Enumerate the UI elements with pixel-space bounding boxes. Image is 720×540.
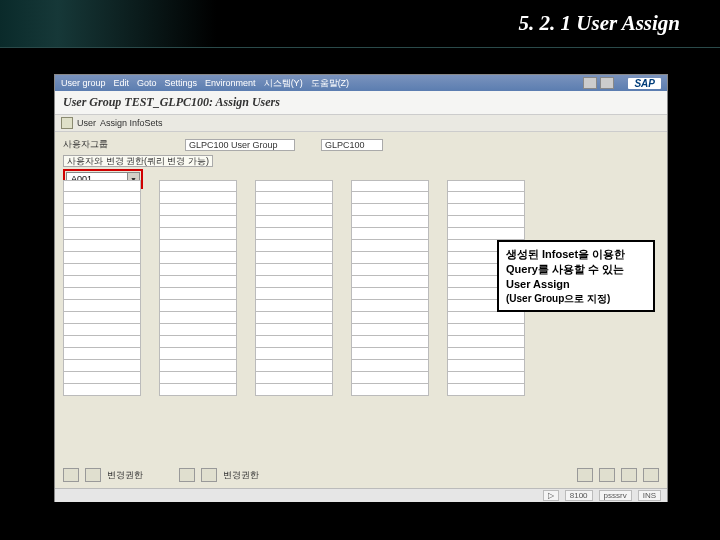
grid-cell[interactable] xyxy=(351,240,429,252)
grid-cell[interactable] xyxy=(351,348,429,360)
grid-cell[interactable] xyxy=(255,252,333,264)
bottom-icon-1[interactable] xyxy=(63,468,79,482)
bottom-icon-2[interactable] xyxy=(85,468,101,482)
menu-environment[interactable]: Environment xyxy=(205,78,256,88)
grid-cell[interactable] xyxy=(351,180,429,192)
menu-usergroup[interactable]: User group xyxy=(61,78,106,88)
grid-cell[interactable] xyxy=(447,204,525,216)
grid-cell[interactable] xyxy=(255,240,333,252)
grid-cell[interactable] xyxy=(63,252,141,264)
grid-cell[interactable] xyxy=(351,192,429,204)
menu-system[interactable]: 시스템(Y) xyxy=(264,77,303,90)
grid-cell[interactable] xyxy=(351,264,429,276)
grid-cell[interactable] xyxy=(159,372,237,384)
grid-cell[interactable] xyxy=(63,312,141,324)
grid-cell[interactable] xyxy=(255,360,333,372)
grid-cell[interactable] xyxy=(351,312,429,324)
menu-settings[interactable]: Settings xyxy=(165,78,198,88)
grid-cell[interactable] xyxy=(255,264,333,276)
grid-cell[interactable] xyxy=(351,300,429,312)
toolbar-assign-infosets[interactable]: Assign InfoSets xyxy=(100,118,163,128)
grid-cell[interactable] xyxy=(351,276,429,288)
grid-cell[interactable] xyxy=(447,348,525,360)
grid-cell[interactable] xyxy=(255,276,333,288)
grid-cell[interactable] xyxy=(447,180,525,192)
grid-cell[interactable] xyxy=(63,324,141,336)
grid-cell[interactable] xyxy=(255,216,333,228)
grid-cell[interactable] xyxy=(63,276,141,288)
grid-cell[interactable] xyxy=(351,372,429,384)
grid-cell[interactable] xyxy=(351,384,429,396)
grid-cell[interactable] xyxy=(159,180,237,192)
toolbar-user[interactable]: User xyxy=(77,118,96,128)
menu-help[interactable]: 도움말(Z) xyxy=(311,77,350,90)
bottom-icon-3[interactable] xyxy=(179,468,195,482)
grid-cell[interactable] xyxy=(159,336,237,348)
grid-cell[interactable] xyxy=(159,384,237,396)
grid-cell[interactable] xyxy=(159,204,237,216)
menu-goto[interactable]: Goto xyxy=(137,78,157,88)
bottom-icon-5[interactable] xyxy=(577,468,593,482)
grid-cell[interactable] xyxy=(255,312,333,324)
grid-cell[interactable] xyxy=(447,312,525,324)
grid-cell[interactable] xyxy=(255,288,333,300)
grid-cell[interactable] xyxy=(447,216,525,228)
grid-cell[interactable] xyxy=(159,312,237,324)
grid-cell[interactable] xyxy=(63,348,141,360)
grid-cell[interactable] xyxy=(63,228,141,240)
grid-cell[interactable] xyxy=(255,384,333,396)
bottom-icon-7[interactable] xyxy=(621,468,637,482)
grid-cell[interactable] xyxy=(63,180,141,192)
grid-cell[interactable] xyxy=(255,336,333,348)
grid-cell[interactable] xyxy=(255,180,333,192)
bottom-icon-6[interactable] xyxy=(599,468,615,482)
grid-cell[interactable] xyxy=(63,288,141,300)
grid-cell[interactable] xyxy=(159,324,237,336)
grid-cell[interactable] xyxy=(159,360,237,372)
grid-cell[interactable] xyxy=(63,192,141,204)
bottom-icon-4[interactable] xyxy=(201,468,217,482)
grid-cell[interactable] xyxy=(159,240,237,252)
grid-cell[interactable] xyxy=(63,372,141,384)
grid-cell[interactable] xyxy=(447,192,525,204)
grid-cell[interactable] xyxy=(63,204,141,216)
grid-cell[interactable] xyxy=(447,372,525,384)
grid-cell[interactable] xyxy=(447,384,525,396)
grid-cell[interactable] xyxy=(351,336,429,348)
grid-cell[interactable] xyxy=(159,264,237,276)
menu-edit[interactable]: Edit xyxy=(114,78,130,88)
grid-cell[interactable] xyxy=(255,348,333,360)
grid-cell[interactable] xyxy=(63,360,141,372)
grid-cell[interactable] xyxy=(63,336,141,348)
toolbar-icon-doc[interactable] xyxy=(61,117,73,129)
grid-cell[interactable] xyxy=(63,384,141,396)
window-btn-2[interactable] xyxy=(600,77,614,89)
bottom-icon-8[interactable] xyxy=(643,468,659,482)
grid-cell[interactable] xyxy=(255,204,333,216)
grid-cell[interactable] xyxy=(351,252,429,264)
grid-cell[interactable] xyxy=(159,192,237,204)
window-btn-1[interactable] xyxy=(583,77,597,89)
grid-cell[interactable] xyxy=(63,264,141,276)
grid-cell[interactable] xyxy=(447,228,525,240)
grid-cell[interactable] xyxy=(159,276,237,288)
grid-cell[interactable] xyxy=(351,204,429,216)
grid-cell[interactable] xyxy=(255,228,333,240)
grid-cell[interactable] xyxy=(351,228,429,240)
grid-cell[interactable] xyxy=(351,216,429,228)
grid-cell[interactable] xyxy=(255,324,333,336)
grid-cell[interactable] xyxy=(63,216,141,228)
grid-cell[interactable] xyxy=(351,360,429,372)
grid-cell[interactable] xyxy=(63,300,141,312)
grid-cell[interactable] xyxy=(447,336,525,348)
grid-cell[interactable] xyxy=(351,288,429,300)
grid-cell[interactable] xyxy=(255,372,333,384)
grid-cell[interactable] xyxy=(159,216,237,228)
grid-cell[interactable] xyxy=(159,348,237,360)
grid-cell[interactable] xyxy=(159,288,237,300)
grid-cell[interactable] xyxy=(447,360,525,372)
grid-cell[interactable] xyxy=(159,300,237,312)
grid-cell[interactable] xyxy=(63,240,141,252)
grid-cell[interactable] xyxy=(351,324,429,336)
grid-cell[interactable] xyxy=(255,192,333,204)
